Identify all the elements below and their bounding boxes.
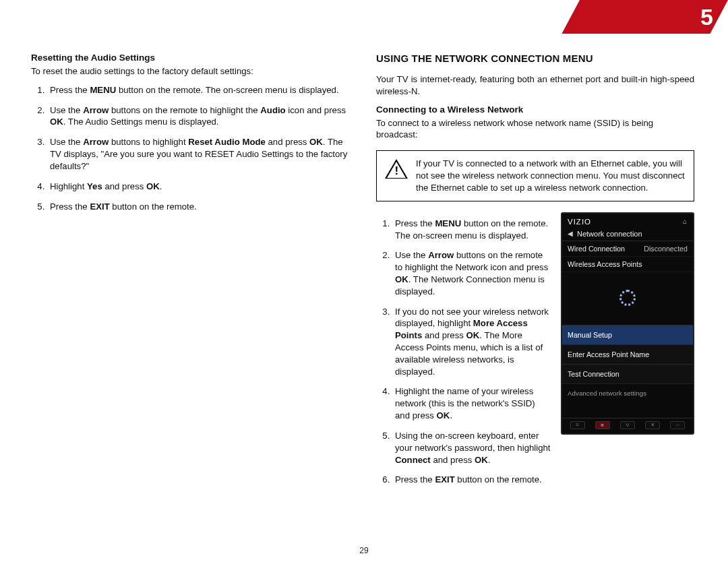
spinner-icon [619,290,636,306]
left-intro: To reset the audio settings to the facto… [31,65,349,77]
left-step-4: Highlight Yes and press OK. [47,181,349,193]
tv-wap-label: Wireless Access Points [568,260,642,268]
page-number: 29 [359,546,368,555]
right-steps-col: Press the MENU button on the remote. The… [376,212,551,494]
wifi-icon: ⌂ [683,218,688,225]
tv-item-enter-ap: Enter Access Point Name [562,344,693,364]
callout-warning: ! If your TV is connected to a network w… [376,150,694,201]
left-subhead: Resetting the Audio Settings [31,53,349,63]
right-step-5: Using the on-screen keyboard, enter your… [392,430,551,466]
right-split: Press the MENU button on the remote. The… [376,212,694,494]
right-intro: Your TV is internet-ready, featuring bot… [376,73,694,98]
left-step-5: Press the EXIT button on the remote. [47,201,349,213]
tv-button-bar: ≡ ■ V ✕ ○ [562,418,693,431]
callout-text: If your TV is connected to a network wit… [416,158,685,193]
right-step-6: Press the EXIT button on the remote. [392,474,551,486]
page-body: Resetting the Audio Settings To reset th… [31,53,694,549]
right-section-title: USING THE NETWORK CONNECTION MENU [376,53,694,64]
right-column: USING THE NETWORK CONNECTION MENU Your T… [376,53,694,549]
chapter-number: 5 [700,4,713,30]
tv-brand: VIZIO [568,218,591,226]
left-steps: Press the MENU button on the remote. The… [31,84,349,213]
tv-nav-btn: ✕ [645,421,660,429]
tv-wired-label: Wired Connection [568,245,625,253]
tv-nav-btn: ○ [670,421,685,429]
tv-loading [562,272,693,325]
right-subhead: Connecting to a Wireless Network [376,104,694,115]
left-step-1: Press the MENU button on the remote. The… [47,84,349,96]
tv-row-wired: Wired Connection Disconnected [562,241,693,257]
right-steps: Press the MENU button on the remote. The… [376,218,551,486]
back-arrow-icon: ◀ [568,230,573,237]
tv-nav-btn: V [620,421,635,429]
tv-wired-value: Disconnected [644,245,688,253]
left-step-2: Use the Arrow buttons on the remote to h… [47,104,349,129]
tv-item-test: Test Connection [562,364,693,383]
tv-nav-btn: ≡ [570,421,585,429]
right-lead: To connect to a wireless network whose n… [376,117,694,142]
right-step-4: Highlight the name of your wireless netw… [392,385,551,421]
tv-row-wap: Wireless Access Points [562,257,693,272]
right-step-2: Use the Arrow buttons on the remote to h… [392,249,551,297]
tv-nav-btn: ■ [595,421,610,429]
tv-header: VIZIO ⌂ [562,214,693,228]
right-step-3: If you do not see your wireless network … [392,306,551,378]
tv-screenshot: VIZIO ⌂ ◀ Network connection Wired Conne… [561,212,694,494]
warning-icon: ! [385,159,408,179]
tv-advanced: Advanced network settings [562,383,693,402]
left-column: Resetting the Audio Settings To reset th… [31,53,349,549]
right-step-1: Press the MENU button on the remote. The… [392,218,551,242]
tv-frame: VIZIO ⌂ ◀ Network connection Wired Conne… [561,212,694,435]
left-step-3: Use the Arrow buttons to highlight Reset… [47,136,349,172]
tv-item-manual: Manual Setup [562,325,693,344]
tv-subheader: ◀ Network connection [562,228,693,241]
tv-screen-title: Network connection [577,230,642,238]
chapter-tab: 5 [553,0,728,34]
